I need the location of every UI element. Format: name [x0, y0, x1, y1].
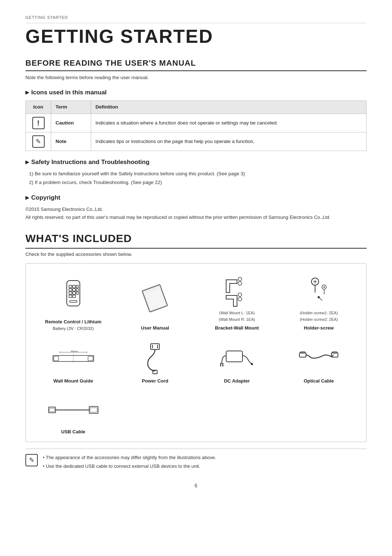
- svg-rect-2: [73, 285, 75, 288]
- before-reading-intro: Note the following terms before reading …: [25, 74, 367, 81]
- bracket-icon: [221, 274, 253, 307]
- col-term: Term: [51, 101, 91, 114]
- bracket-sub-1: (Wall Mount L: 1EA): [219, 310, 255, 316]
- svg-point-20: [238, 297, 242, 301]
- caution-definition: Indicates a situation where a function d…: [91, 114, 367, 132]
- optical-icon: [299, 342, 339, 375]
- svg-rect-33: [88, 356, 93, 361]
- safety-heading: Safety Instructions and Troubleshooting: [25, 158, 367, 167]
- bracket-sub-2: (Wall Mount R: 1EA): [219, 316, 255, 323]
- caution-term: Caution: [51, 114, 91, 132]
- svg-rect-47: [299, 353, 306, 357]
- svg-rect-39: [151, 344, 159, 349]
- note-term: Note: [51, 132, 91, 151]
- accessory-optical: Optical Cable: [278, 338, 360, 388]
- svg-rect-10: [69, 295, 72, 298]
- manual-icon: [140, 274, 170, 322]
- caution-icon-cell: !: [26, 114, 51, 132]
- before-reading-heading: BEFORE READING THE USER'S MANUAL: [25, 57, 367, 71]
- copyright-line-1: ©2015 Samsung Electronics Co.,Ltd.: [25, 206, 367, 213]
- accessories-box: Remote Control / Lithium Battery (3V : C…: [25, 263, 367, 442]
- guide-icon: 300mm: [52, 342, 95, 375]
- note-icon-cell: ✎: [26, 132, 51, 151]
- screw-sub-1: (Holder-screw1: 2EA): [300, 310, 338, 316]
- svg-point-44: [251, 363, 253, 365]
- note-item-2: Use the dedicated USB cable to connect e…: [43, 463, 216, 470]
- svg-line-29: [319, 298, 322, 301]
- svg-rect-54: [89, 406, 98, 413]
- note-icon: ✎: [32, 135, 45, 148]
- usb-label: USB Cable: [61, 428, 85, 436]
- page-title: GETTING STARTED: [25, 26, 367, 47]
- svg-rect-32: [54, 356, 59, 361]
- svg-rect-12: [70, 301, 77, 302]
- accessory-screw: (Holder-screw1: 2EA) (Holder-screw2: 2EA…: [278, 271, 360, 335]
- usb-icon: [48, 394, 99, 425]
- included-intro: Check for the supplied accessories shown…: [25, 251, 367, 258]
- page-number: 6: [25, 482, 367, 490]
- safety-list: Be sure to familiarize yourself with the…: [25, 170, 367, 187]
- remote-label: Remote Control / Lithium: [45, 318, 101, 326]
- breadcrumb: Getting Started: [25, 15, 367, 23]
- table-row: ✎ Note Indicates tips or instructions on…: [26, 132, 367, 151]
- accessory-dc-adapter: DC Adapter: [196, 338, 278, 388]
- svg-rect-6: [76, 289, 78, 291]
- note-item-1: The appearance of the accessories may di…: [43, 454, 216, 461]
- svg-rect-7: [69, 292, 72, 294]
- manual-label: User Manual: [141, 324, 169, 332]
- power-cord-icon: [140, 342, 170, 375]
- svg-rect-1: [69, 285, 72, 288]
- svg-text:300mm: 300mm: [70, 350, 78, 352]
- remote-icon: [62, 274, 84, 315]
- dc-adapter-icon: [219, 342, 255, 375]
- note-icon-box: ✎: [25, 454, 38, 466]
- svg-point-19: [238, 293, 242, 297]
- copyright-line-2: All rights reserved; no part of this use…: [25, 214, 367, 221]
- accessory-manual: User Manual: [114, 271, 196, 335]
- power-cord-label: Power Cord: [142, 377, 168, 385]
- col-icon: Icon: [26, 101, 51, 114]
- remote-sublabel: Battery (3V : CR2032): [53, 326, 94, 332]
- svg-rect-5: [73, 289, 75, 291]
- icons-section-heading: Icons used in this manual: [25, 88, 367, 97]
- svg-point-18: [238, 282, 242, 285]
- accessories-grid: Remote Control / Lithium Battery (3V : C…: [32, 271, 360, 438]
- screw-sub-2: (Holder-screw2: 2EA): [300, 316, 338, 323]
- whats-included-heading: WHAT'S INCLUDED: [25, 230, 367, 249]
- notes-list: The appearance of the accessories may di…: [43, 454, 216, 471]
- dc-adapter-label: DC Adapter: [224, 377, 250, 385]
- caution-icon: !: [32, 117, 45, 129]
- screw-label: Holder-screw: [304, 324, 334, 332]
- svg-point-30: [318, 296, 320, 298]
- col-definition: Definition: [91, 101, 367, 114]
- accessory-power-cord: Power Cord: [114, 338, 196, 388]
- svg-rect-4: [69, 289, 72, 291]
- note-icon-bottom: ✎: [25, 454, 38, 466]
- guide-label: Wall Mount Guide: [53, 377, 93, 385]
- copyright-heading: Copyright: [25, 193, 367, 203]
- table-row: ! Caution Indicates a situation where a …: [26, 114, 367, 132]
- list-item: If a problem occurs, check Troubleshooti…: [29, 179, 367, 186]
- svg-rect-3: [76, 285, 78, 288]
- svg-point-17: [238, 277, 242, 281]
- screw-icon: [304, 274, 333, 307]
- svg-rect-55: [90, 408, 97, 412]
- svg-rect-8: [73, 292, 75, 294]
- note-box: ✎ The appearance of the accessories may …: [25, 449, 367, 471]
- accessory-bracket: (Wall Mount L: 1EA) (Wall Mount R: 1EA) …: [196, 271, 278, 335]
- copyright-block: ©2015 Samsung Electronics Co.,Ltd. All r…: [25, 206, 367, 221]
- svg-rect-9: [76, 292, 78, 294]
- svg-rect-11: [73, 295, 75, 298]
- svg-rect-52: [49, 408, 54, 412]
- list-item: Be sure to familiarize yourself with the…: [29, 170, 367, 177]
- note-definition: Indicates tips or instructions on the pa…: [91, 132, 367, 151]
- optical-label: Optical Cable: [304, 377, 334, 385]
- accessory-remote: Remote Control / Lithium Battery (3V : C…: [32, 271, 114, 335]
- accessory-usb: USB Cable: [32, 391, 114, 438]
- accessory-guide: 300mm Wall Mount Guide: [32, 338, 114, 388]
- svg-rect-43: [226, 351, 242, 362]
- bracket-label: Bracket-Wall Mount: [215, 324, 259, 332]
- icons-table: Icon Term Definition ! Caution Indicates…: [25, 101, 367, 151]
